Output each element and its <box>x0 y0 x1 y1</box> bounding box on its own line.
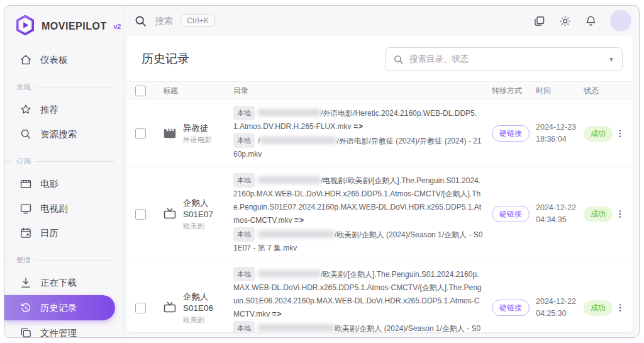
table-header: 标题 目录 转移方式 时间 状态 <box>126 81 633 100</box>
hardlink-badge: 硬链接 <box>492 300 530 316</box>
storage-badge: 本地 <box>233 173 255 188</box>
chevron-down-icon[interactable]: ▼ <box>608 56 614 63</box>
global-search[interactable]: 搜索 Ctrl+K <box>134 14 215 28</box>
sidebar-item-label: 正在下载 <box>40 277 77 289</box>
directory-cell: 本地/欧美剧/[企鹅人].The.Penguin.S01.2024.2160p.… <box>233 267 492 332</box>
calendar-icon <box>19 227 32 239</box>
sidebar-section-discover: 发现 <box>4 82 123 92</box>
storage-badge: 本地 <box>233 133 255 148</box>
media-category: 欧美剧 <box>183 315 213 325</box>
topbar-actions <box>533 10 631 31</box>
sidebar-item-label: 资源搜索 <box>40 128 77 140</box>
user-avatar[interactable] <box>610 10 631 31</box>
header-transfer: 转移方式 <box>492 86 536 96</box>
search-placeholder: 搜索 <box>155 15 173 27</box>
time-cell: 2024-12-2318:36:04 <box>536 121 584 145</box>
media-category: 欧美剧 <box>183 222 213 231</box>
sidebar-item-label: 电影 <box>40 178 58 190</box>
transfer-arrow: => <box>272 310 282 318</box>
select-all-checkbox[interactable] <box>135 86 146 96</box>
row-menu-button[interactable] <box>613 128 628 138</box>
time-cell: 2024-12-2204:25:30 <box>536 296 584 320</box>
row-checkbox[interactable] <box>135 128 146 139</box>
redacted-path <box>258 324 335 332</box>
media-title: 企鹅人 <box>183 291 213 303</box>
tv-icon <box>163 207 177 221</box>
filter-placeholder: 搜索目录、状态 <box>409 53 602 65</box>
sidebar-item-dashboard[interactable]: 仪表板 <box>4 48 123 72</box>
sidebar-section-organize: 整理 <box>4 256 123 265</box>
row-checkbox[interactable] <box>135 209 146 220</box>
pages-icon[interactable] <box>533 14 546 28</box>
sidebar-item-file-manager[interactable]: 文件管理 <box>4 321 123 338</box>
title-cell: 企鹅人 S01E07 欧美剧 <box>163 198 233 231</box>
sidebar-item-downloading[interactable]: 正在下载 <box>4 271 123 295</box>
app-window: MOVIEPILOT v2 仪表板 发现 推荐 资源搜索 订阅 电影 <box>4 5 640 338</box>
sidebar-item-label: 仪表板 <box>40 54 68 66</box>
sidebar-nav: 仪表板 发现 推荐 资源搜索 订阅 电影 电视剧 日历 <box>4 45 123 338</box>
brightness-icon[interactable] <box>558 14 572 28</box>
kebab-menu-icon <box>615 209 625 219</box>
kebab-menu-icon <box>615 128 625 138</box>
transfer-arrow: => <box>353 122 364 131</box>
row-checkbox[interactable] <box>135 303 146 313</box>
table-row[interactable]: 企鹅人 S01E07 欧美剧 本地/电视剧/欧美剧/[企鹅人].The.Peng… <box>126 167 633 261</box>
brand-name: MOVIEPILOT <box>42 21 107 32</box>
media-title: 异教徒 <box>183 123 212 134</box>
sidebar-section-subscribe: 订阅 <box>4 157 123 166</box>
topbar: 搜索 Ctrl+K <box>124 6 639 36</box>
hardlink-badge: 硬链接 <box>492 125 530 142</box>
sidebar-item-recommend[interactable]: 推荐 <box>4 98 123 121</box>
search-icon <box>19 128 32 140</box>
filter-search[interactable]: 搜索目录、状态 ▼ <box>385 47 623 71</box>
redacted-path <box>258 230 335 238</box>
header-title: 标题 <box>163 86 233 96</box>
transfer-cell: 硬链接 <box>492 125 536 142</box>
history-icon <box>19 301 32 314</box>
status-badge: 成功 <box>584 126 613 142</box>
clapperboard-icon <box>19 177 32 190</box>
title-cell: 企鹅人 S01E06 欧美剧 <box>163 291 233 325</box>
header-status: 状态 <box>584 86 613 96</box>
table-row[interactable]: 异教徒 外语电影 本地/外语电影/Heretic.2024.2160p.WEB-… <box>126 100 633 167</box>
media-title: 企鹅人 <box>183 198 213 209</box>
sidebar-item-label: 日历 <box>40 227 58 239</box>
status-cell: 成功 <box>584 300 613 316</box>
media-episode: S01E06 <box>183 303 213 314</box>
transfer-arrow: => <box>294 216 304 225</box>
sidebar-item-label: 电视剧 <box>40 203 68 215</box>
header-directory: 目录 <box>233 86 492 96</box>
media-category: 外语电影 <box>183 135 212 145</box>
redacted-path <box>260 137 336 144</box>
redacted-path <box>258 176 321 184</box>
bell-icon[interactable] <box>584 14 597 28</box>
table-row[interactable]: 企鹅人 S01E06 欧美剧 本地/欧美剧/[企鹅人].The.Penguin.… <box>126 261 633 332</box>
sidebar-item-tvshows[interactable]: 电视剧 <box>4 196 123 220</box>
storage-badge: 本地 <box>233 106 255 120</box>
download-icon <box>19 276 32 289</box>
directory-cell: 本地/电视剧/欧美剧/[企鹅人].The.Penguin.S01.2024.21… <box>233 173 492 255</box>
sidebar-item-calendar[interactable]: 日历 <box>4 221 123 245</box>
tv-icon <box>19 202 32 215</box>
star-icon <box>19 103 32 116</box>
brand-logo[interactable]: MOVIEPILOT v2 <box>4 6 123 45</box>
storage-badge: 本地 <box>233 227 255 242</box>
brand-version: v2 <box>114 23 121 30</box>
card-header: 历史记录 搜索目录、状态 ▼ <box>126 36 633 81</box>
search-icon <box>393 54 404 65</box>
row-menu-button[interactable] <box>613 303 628 313</box>
main-area: 搜索 Ctrl+K 历史记录 搜索目录 <box>124 6 639 337</box>
home-icon <box>19 53 32 66</box>
redacted-path <box>258 109 321 116</box>
hardlink-badge: 硬链接 <box>492 206 530 222</box>
status-badge: 成功 <box>584 300 613 316</box>
row-menu-button[interactable] <box>613 209 628 219</box>
storage-badge: 本地 <box>233 321 255 332</box>
storage-badge: 本地 <box>233 267 255 281</box>
search-icon <box>134 14 147 28</box>
kebab-menu-icon <box>615 303 625 313</box>
sidebar-item-resource-search[interactable]: 资源搜索 <box>4 122 123 146</box>
sidebar-item-label: 推荐 <box>40 104 58 116</box>
sidebar-item-movies[interactable]: 电影 <box>4 172 123 196</box>
sidebar-item-history[interactable]: 历史记录 <box>4 295 115 320</box>
